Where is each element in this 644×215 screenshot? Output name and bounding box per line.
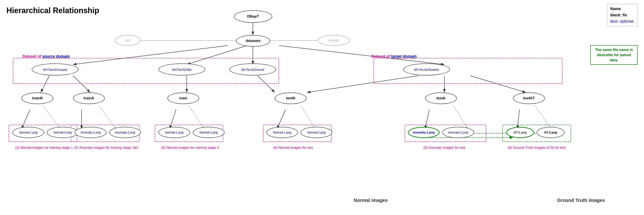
- node-normal1-train: Normal-1.png: [158, 127, 190, 138]
- diagram-lines: [0, 0, 644, 215]
- ground-truth-label: Ground Truth images: [557, 197, 605, 203]
- node-anomaly1-trainA: Anomaly-1.png: [75, 127, 106, 138]
- caption-6: (6) Ground Truth images of (5) for test: [498, 145, 575, 150]
- node-anomaly1-testA: Anomaly-1.png: [408, 127, 440, 138]
- caption-1: (1) Normal images for training stage 1: [8, 145, 80, 150]
- caption-3: (3) Normal images for training stage 3: [154, 145, 226, 150]
- legend-blue: blue: optional.: [610, 18, 634, 25]
- node-anomaly2-trainA: Anomaly-2.png: [109, 127, 141, 138]
- target-domain-box: [374, 58, 562, 84]
- node-testGT: testGT: [513, 92, 545, 104]
- node-gt2-testGT: GT-2.png: [537, 127, 564, 138]
- legend-box: Name black: fix blue: optional.: [607, 4, 638, 26]
- page-title: Hierarchical Relationship: [6, 6, 99, 15]
- legend-title: Name: [610, 6, 634, 12]
- node-trainN: trainN: [22, 92, 53, 104]
- node-scripts: scripts: [318, 35, 350, 46]
- node-normal2-trainN: Normal-2.png: [47, 127, 78, 138]
- source-domain-link: source domain: [42, 54, 70, 59]
- node-train: train: [168, 92, 199, 104]
- node-anomaly2-testA: Anomaly-2.png: [442, 127, 474, 138]
- target-domain-link: target domain: [391, 54, 417, 59]
- node-testA: testA: [425, 92, 457, 104]
- node-gt1-testGT: GT-1.png: [506, 127, 534, 138]
- node-trainA: trainA: [73, 92, 105, 104]
- green-note: The same file name is desirable for pair…: [590, 45, 638, 65]
- node-normal1-testN: Normal-1.png: [266, 127, 298, 138]
- caption-5: (5) Anomaly images for test: [399, 145, 490, 150]
- node-testN: testN: [275, 92, 306, 104]
- caption-4: (4) Normal images for test: [258, 145, 328, 150]
- node-normal2-testN: Normal-2.png: [300, 127, 332, 138]
- node-src: src: [115, 35, 140, 46]
- caption-2: (2) Anomaly images for training stage 1&…: [71, 145, 142, 150]
- normal-images-label: Normal images: [354, 197, 388, 203]
- node-drept: DRepT: [234, 10, 272, 23]
- node-normal2-train: Normal-2.png: [193, 127, 224, 138]
- node-normal1-trainN: Normal-1.png: [12, 127, 44, 138]
- node-datasets: datasets: [236, 35, 270, 47]
- source-domain-box: [13, 58, 279, 84]
- legend-black: black: fix: [610, 12, 634, 18]
